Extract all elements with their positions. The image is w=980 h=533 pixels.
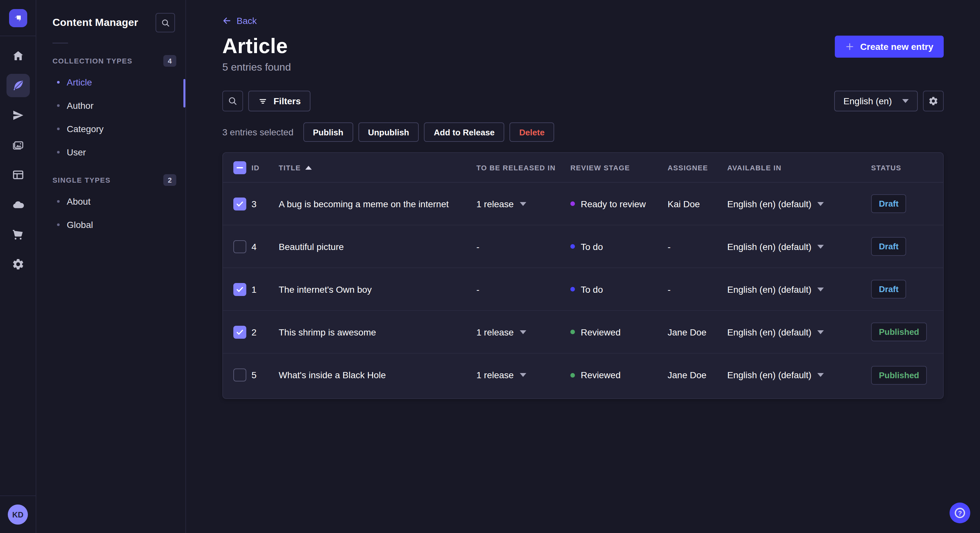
- column-header-available: AVAILABLE IN: [727, 163, 871, 171]
- deploy-cloud-icon[interactable]: [6, 193, 30, 216]
- sidebar-item-article[interactable]: Article: [36, 71, 185, 94]
- bullet-icon: [57, 81, 60, 84]
- back-label: Back: [237, 16, 257, 26]
- content-manager-sidebar: Content Manager COLLECTION TYPES 4 Artic…: [36, 0, 186, 533]
- back-link[interactable]: Back: [222, 16, 257, 26]
- search-button[interactable]: [222, 90, 243, 111]
- section-count-badge: 2: [163, 174, 176, 186]
- sidebar-section: SINGLE TYPES 2 About Global: [36, 169, 185, 236]
- sidebar-scrollbar-thumb[interactable]: [183, 79, 185, 108]
- rail-items: [6, 36, 30, 276]
- table-row[interactable]: 3 A bug is becoming a meme on the intern…: [223, 182, 943, 225]
- entries-table: ID TITLE TO BE RELEASED IN REVIEW STAGE …: [222, 152, 944, 399]
- sidebar-item-label: Author: [67, 100, 94, 111]
- column-header-stage: REVIEW STAGE: [570, 163, 668, 171]
- row-checkbox[interactable]: [233, 240, 246, 253]
- row-id: 3: [251, 198, 279, 209]
- app-root: KD Content Manager COLLECTION TYPES 4 Ar…: [0, 0, 980, 533]
- status-badge: Draft: [871, 280, 907, 298]
- column-header-release: TO BE RELEASED IN: [476, 163, 570, 171]
- content-manager-feather-icon[interactable]: [6, 74, 30, 97]
- releases-paper-plane-icon[interactable]: [6, 104, 30, 127]
- marketplace-cart-icon[interactable]: [6, 223, 30, 246]
- status-badge: Draft: [871, 237, 907, 256]
- create-entry-label: Create new entry: [860, 41, 933, 51]
- bullet-icon: [57, 151, 60, 154]
- row-release[interactable]: -: [476, 241, 570, 252]
- publish-button[interactable]: Publish: [303, 122, 353, 142]
- section-label: SINGLE TYPES: [52, 176, 110, 184]
- locale-select[interactable]: English (en): [835, 90, 918, 111]
- create-entry-button[interactable]: Create new entry: [835, 35, 944, 57]
- row-title: A bug is becoming a meme on the internet: [279, 198, 476, 209]
- stage-dot-icon: [570, 373, 575, 377]
- table-row[interactable]: 4 Beautiful picture - To do - English (e…: [223, 225, 943, 268]
- column-header-status: STATUS: [871, 163, 943, 171]
- filters-button[interactable]: Filters: [248, 90, 310, 111]
- row-review-stage: To do: [570, 284, 668, 294]
- filter-icon: [258, 96, 268, 106]
- row-release[interactable]: 1 release: [476, 370, 570, 380]
- row-checkbox[interactable]: [233, 325, 246, 338]
- row-locale[interactable]: English (en) (default): [727, 327, 871, 337]
- stage-dot-icon: [570, 287, 575, 292]
- row-release[interactable]: 1 release: [476, 198, 570, 209]
- view-settings-button[interactable]: [923, 90, 944, 111]
- select-all-checkbox[interactable]: [233, 161, 246, 174]
- main-nav-rail: KD: [0, 0, 36, 533]
- sidebar-item-label: User: [67, 147, 86, 157]
- strapi-logo[interactable]: [0, 0, 36, 36]
- media-library-icon[interactable]: [6, 133, 30, 157]
- filters-label: Filters: [274, 96, 301, 106]
- column-header-title-sort[interactable]: TITLE: [279, 163, 476, 171]
- selection-count: 3 entries selected: [222, 127, 293, 137]
- row-title: What's inside a Black Hole: [279, 370, 476, 380]
- home-icon[interactable]: [6, 44, 30, 67]
- sidebar-item-category[interactable]: Category: [36, 117, 185, 141]
- row-checkbox[interactable]: [233, 368, 246, 381]
- settings-gear-icon[interactable]: [6, 252, 30, 276]
- question-mark-icon: ?: [955, 508, 965, 518]
- sidebar-item-about[interactable]: About: [36, 190, 185, 213]
- content-type-builder-icon[interactable]: [6, 163, 30, 187]
- row-id: 2: [251, 327, 279, 337]
- row-checkbox[interactable]: [233, 283, 246, 296]
- row-release[interactable]: -: [476, 284, 570, 294]
- rail-divider: [0, 495, 36, 496]
- table-row[interactable]: 5 What's inside a Black Hole 1 release R…: [223, 354, 943, 397]
- row-assignee: -: [668, 284, 727, 294]
- sidebar-item-global[interactable]: Global: [36, 213, 185, 236]
- row-locale[interactable]: English (en) (default): [727, 284, 871, 294]
- row-release[interactable]: 1 release: [476, 327, 570, 337]
- rail-bottom: KD: [0, 495, 36, 533]
- table-header-row: ID TITLE TO BE RELEASED IN REVIEW STAGE …: [223, 153, 943, 182]
- list-toolbar: Filters English (en): [222, 90, 944, 111]
- main-content: Back Article Create new entry 5 entries …: [186, 0, 980, 533]
- unpublish-button[interactable]: Unpublish: [358, 122, 419, 142]
- chevron-down-icon: [520, 202, 526, 206]
- row-locale[interactable]: English (en) (default): [727, 198, 871, 209]
- sidebar-title: Content Manager: [52, 17, 138, 29]
- sidebar-sections: COLLECTION TYPES 4 Article Author Catego…: [36, 50, 185, 236]
- sidebar-item-author[interactable]: Author: [36, 94, 185, 117]
- section-count-badge: 4: [163, 55, 176, 67]
- row-locale[interactable]: English (en) (default): [727, 241, 871, 252]
- stage-dot-icon: [570, 201, 575, 206]
- chevron-down-icon: [817, 244, 824, 248]
- sidebar-item-label: Global: [67, 219, 93, 230]
- bullet-icon: [57, 104, 60, 107]
- delete-button[interactable]: Delete: [509, 122, 554, 142]
- sidebar-search-button[interactable]: [156, 13, 175, 32]
- add-to-release-button[interactable]: Add to Release: [424, 122, 504, 142]
- table-row[interactable]: 2 This shrimp is awesome 1 release Revie…: [223, 311, 943, 354]
- user-avatar[interactable]: KD: [8, 504, 28, 525]
- row-review-stage: Ready to review: [570, 198, 668, 209]
- table-row[interactable]: 1 The internet's Own boy - To do - Engli…: [223, 268, 943, 311]
- stage-dot-icon: [570, 330, 575, 334]
- sidebar-item-user[interactable]: User: [36, 141, 185, 164]
- stage-dot-icon: [570, 244, 575, 249]
- column-header-id[interactable]: ID: [251, 163, 279, 171]
- row-checkbox[interactable]: [233, 197, 246, 210]
- row-locale[interactable]: English (en) (default): [727, 370, 871, 380]
- help-button[interactable]: ?: [950, 503, 970, 523]
